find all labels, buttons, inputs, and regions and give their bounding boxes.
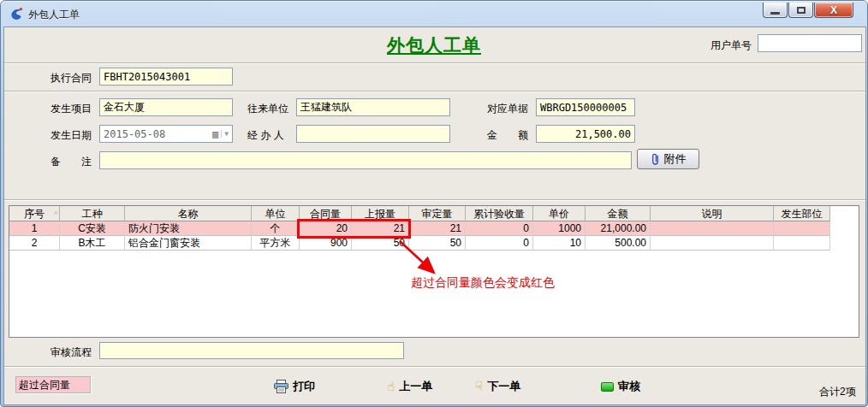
table-cell	[651, 221, 774, 236]
divider	[4, 62, 865, 64]
table-cell: B木工	[60, 236, 125, 251]
table-row[interactable]: 1C安装防火门安装个2021210100021,000.00	[9, 221, 830, 236]
table-cell: 个	[252, 221, 300, 236]
close-button[interactable]: X	[814, 3, 853, 18]
app-window: 外包人工单 X 外包人工单 用户单号 执行合同 发生项目 往来单位 对应单据 发…	[0, 0, 868, 407]
table-cell: 10	[533, 236, 586, 251]
review-label: 审核流程	[51, 345, 92, 360]
user-no-label: 用户单号	[710, 38, 752, 53]
counterparty-input[interactable]	[296, 98, 450, 116]
handler-label: 经 办 人	[247, 128, 284, 143]
column-header-6[interactable]: 上报量	[352, 206, 409, 221]
title-bar: 外包人工单 X	[1, 1, 867, 27]
hand-down-icon: ☟	[475, 380, 483, 392]
table-cell: 2	[9, 236, 60, 251]
review-input[interactable]	[99, 342, 404, 359]
table-cell: 900	[300, 236, 352, 251]
overlimit-legend-badge: 超过合同量	[15, 376, 91, 393]
user-no-input[interactable]	[758, 34, 862, 52]
table-cell: 21,000.00	[586, 221, 651, 236]
remark-label: 备 注	[51, 155, 92, 169]
next-order-button[interactable]: ☟ 下一单	[475, 378, 520, 395]
minimize-button[interactable]	[763, 3, 788, 18]
column-header-7[interactable]: 审定量	[409, 206, 466, 221]
column-header-2[interactable]: 工种	[60, 206, 125, 221]
chevron-down-icon: ▼	[221, 130, 232, 138]
maximize-button[interactable]	[788, 3, 813, 18]
page-title: 外包人工单	[387, 33, 481, 57]
column-header-12[interactable]: 发生部位	[774, 206, 830, 221]
column-header-10[interactable]: 金额	[586, 206, 651, 221]
items-table: 序号▵工种名称单位合同量上报量审定量累计验收量单价金额说明发生部位 1C安装防火…	[9, 205, 859, 338]
prev-button-label: 上一单	[399, 379, 432, 394]
app-logo-icon	[9, 6, 24, 21]
divider	[4, 366, 865, 368]
table-cell: 50	[409, 236, 466, 251]
column-header-11[interactable]: 说明	[651, 206, 774, 221]
attachment-button-label: 附件	[664, 151, 687, 167]
amount-label: 金 额	[487, 128, 528, 143]
printer-icon	[274, 380, 288, 393]
counterparty-label: 往来单位	[247, 102, 288, 116]
sort-indicator-icon: ▵	[54, 209, 57, 215]
contract-input[interactable]	[99, 68, 233, 86]
column-header-4[interactable]: 单位	[252, 206, 300, 221]
table-cell: 铝合金门窗安装	[125, 236, 252, 251]
table-cell: 1000	[533, 221, 586, 236]
column-header-5[interactable]: 合同量	[300, 206, 352, 221]
table-cell	[774, 221, 830, 236]
doc-input[interactable]	[536, 98, 635, 116]
table-cell: C安装	[60, 221, 125, 236]
table-cell	[651, 236, 774, 251]
table-cell: 21	[352, 221, 409, 236]
table-header-row: 序号▵工种名称单位合同量上报量审定量累计验收量单价金额说明发生部位	[9, 206, 830, 221]
audit-button[interactable]: 审核	[601, 378, 640, 395]
remark-input[interactable]	[99, 151, 632, 169]
prev-order-button[interactable]: ☝ 上一单	[387, 378, 432, 395]
contract-label: 执行合同	[51, 71, 92, 86]
date-value: 2015-05-08	[104, 128, 165, 140]
table-cell: 0	[466, 221, 533, 236]
date-picker[interactable]: 2015-05-08 ▦ ▼	[99, 125, 233, 143]
table-cell: 50	[352, 236, 409, 251]
table-cell: 防火门安装	[125, 221, 252, 236]
attachment-button[interactable]: 附件	[637, 149, 699, 169]
table-cell: 平方米	[252, 236, 300, 251]
column-header-3[interactable]: 名称	[125, 206, 252, 221]
doc-label: 对应单据	[487, 102, 528, 116]
column-header-9[interactable]: 单价	[533, 206, 586, 221]
table-cell: 0	[466, 236, 533, 251]
amount-input[interactable]	[536, 125, 635, 143]
table-cell: 1	[9, 221, 60, 236]
form-client-area: 外包人工单 用户单号 执行合同 发生项目 往来单位 对应单据 发生日期 2015…	[3, 27, 866, 405]
audit-button-label: 审核	[618, 379, 640, 394]
project-label: 发生项目	[51, 102, 92, 116]
divider	[4, 91, 865, 92]
close-icon: X	[830, 4, 837, 16]
column-header-8[interactable]: 累计验收量	[466, 206, 533, 221]
overlimit-annotation: 超过合同量颜色会变成红色	[411, 275, 555, 291]
print-button[interactable]: 打印	[274, 378, 315, 395]
table-cell: 20	[300, 221, 352, 236]
table-body: 1C安装防火门安装个2021210100021,000.002B木工铝合金门窗安…	[9, 221, 859, 251]
table-cell	[774, 236, 830, 251]
table-row[interactable]: 2B木工铝合金门窗安装平方米9005050010500.00	[9, 236, 830, 251]
hand-up-icon: ☝	[387, 380, 395, 392]
window-title: 外包人工单	[28, 8, 80, 22]
total-count: 合计2项	[819, 385, 856, 399]
audit-green-icon	[601, 382, 614, 392]
table-cell: 21	[409, 221, 466, 236]
maximize-icon	[797, 7, 806, 14]
print-button-label: 打印	[293, 379, 315, 394]
paperclip-icon	[651, 153, 660, 166]
next-button-label: 下一单	[487, 379, 520, 394]
calendar-icon: ▦	[212, 128, 218, 140]
handler-input[interactable]	[296, 125, 450, 143]
minimize-icon	[770, 12, 780, 15]
divider	[4, 199, 865, 201]
table-cell: 500.00	[586, 236, 651, 251]
column-header-1[interactable]: 序号▵	[9, 206, 60, 221]
project-input[interactable]	[99, 98, 233, 116]
date-label: 发生日期	[51, 128, 92, 143]
